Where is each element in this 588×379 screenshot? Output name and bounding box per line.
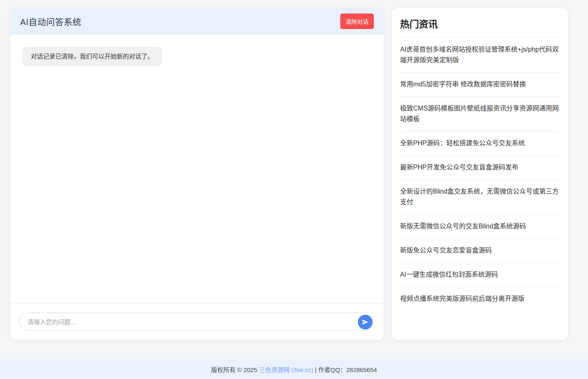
chat-header: AI自动问答系统 清除对话 [10, 8, 384, 34]
copyright-text: 版权所有 © 2025 [211, 365, 259, 374]
news-item[interactable]: 全新设计的Blind盒交友系统，无需微信公众号或第三方支付 [400, 180, 560, 214]
news-item[interactable]: AI一键生成微信红包封面系统源码 [400, 263, 560, 287]
send-button[interactable] [358, 315, 373, 329]
news-item[interactable]: 极致CMS源码模板图片壁纸线报资讯分享资源网通用网站模板 [400, 97, 560, 131]
question-input-wrapper [19, 313, 375, 331]
news-item[interactable]: 新版无需微信公众号的交友Blind盒系统源码 [400, 214, 560, 239]
clear-conversation-button[interactable]: 清除对话 [340, 14, 374, 29]
hot-news-list: AI虎哥首创多域名网站授权验证管理系统+js/php代码双端开源版完美定制版 常… [400, 38, 560, 311]
news-item[interactable]: 全新PHP源码：轻松搭建免公众号交友系统 [400, 131, 560, 156]
chat-input-bar [10, 303, 384, 340]
hot-news-title: 热门资讯 [400, 16, 560, 38]
news-item[interactable]: AI虎哥首创多域名网站授权验证管理系统+js/php代码双端开源版完美定制版 [400, 38, 560, 72]
hot-news-panel: 热门资讯 AI虎哥首创多域名网站授权验证管理系统+js/php代码双端开源版完美… [392, 8, 568, 340]
paper-plane-icon [362, 319, 369, 325]
news-item[interactable]: 视频点播系统完美版源码前后端分离开源版 [400, 287, 560, 311]
news-item[interactable]: 常用md5加密字符串 修改数据库密密码替换 [400, 72, 560, 97]
chat-panel: AI自动问答系统 清除对话 对话记录已清除，我们可以开始新的对话了。 [10, 8, 384, 340]
site-link[interactable]: 三色资源网 (3se.cc) [259, 365, 313, 374]
chat-title: AI自动问答系统 [20, 15, 81, 27]
news-item[interactable]: 新版免公众号交友恋爱盲盒源码 [400, 239, 560, 263]
main-content: AI自动问答系统 清除对话 对话记录已清除，我们可以开始新的对话了。 热门资讯 [0, 0, 588, 340]
author-text: | 作者QQ：282865654 [313, 365, 377, 374]
chat-message-area: 对话记录已清除，我们可以开始新的对话了。 [10, 34, 384, 303]
news-item[interactable]: 最新PHP开发免公众号交友盲盒源码发布 [400, 156, 560, 180]
footer: 版权所有 © 2025 三色资源网 (3se.cc) | 作者QQ：282865… [0, 359, 588, 379]
question-input[interactable] [20, 313, 374, 330]
footer-spacer [0, 340, 588, 359]
system-message-bubble: 对话记录已清除，我们可以开始新的对话了。 [23, 47, 162, 66]
